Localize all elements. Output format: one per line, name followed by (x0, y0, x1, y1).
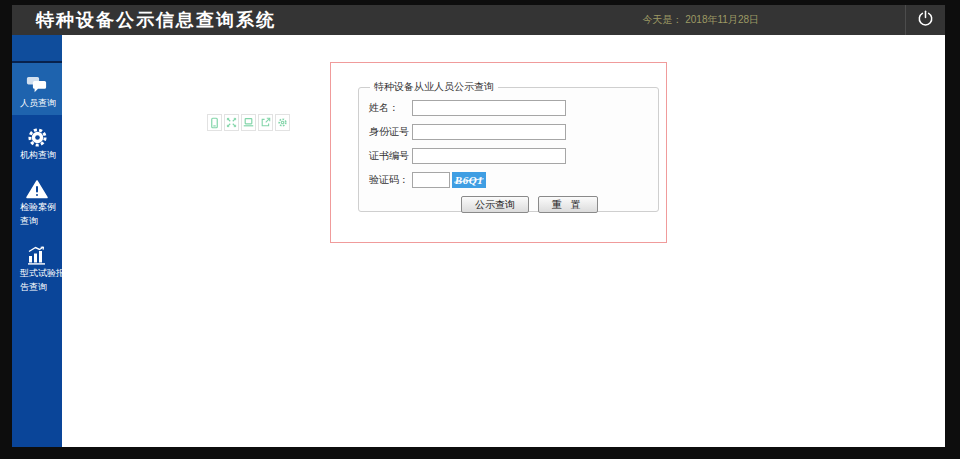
header-date: 今天是： 2018年11月28日 (642, 13, 759, 27)
certificate-number-input[interactable] (412, 148, 566, 164)
warning-triangle-icon (12, 179, 62, 199)
public-query-button[interactable]: 公示查询 (461, 196, 529, 213)
reset-button[interactable]: 重 置 (538, 196, 598, 213)
sidebar-item-personnel-query[interactable]: 人员查询 (12, 63, 62, 115)
chat-bubbles-icon (12, 75, 62, 95)
id-number-label: 身份证号： (369, 125, 412, 139)
laptop-icon[interactable] (241, 114, 256, 131)
sidebar-logo-block (12, 35, 62, 63)
button-row: 公示查询 重 置 (369, 196, 658, 213)
form-row-captcha: 验证码： B6Q1 (369, 168, 658, 192)
date-value: 2018年11月28日 (685, 14, 759, 25)
logout-power-button[interactable] (906, 5, 945, 35)
bar-chart-icon (12, 245, 62, 265)
page-title: 特种设备公示信息查询系统 (36, 8, 276, 32)
fieldset-legend: 特种设备从业人员公示查询 (370, 80, 498, 94)
form-row-name: 姓名： (369, 96, 658, 120)
captcha-input[interactable] (412, 172, 450, 188)
fullscreen-icon[interactable] (224, 114, 239, 131)
sidebar-item-label: 型式试验报 (12, 268, 62, 279)
name-input[interactable] (412, 100, 566, 116)
app-header: 特种设备公示信息查询系统 今天是： 2018年11月28日 (12, 5, 945, 35)
form-row-id-number: 身份证号： (369, 120, 658, 144)
sidebar-item-label-line2: 告查询 (12, 282, 62, 293)
date-prefix: 今天是： (642, 14, 682, 25)
sidebar-item-type-test-report-query[interactable]: 型式试验报 告查询 (12, 233, 62, 299)
captcha-label: 验证码： (369, 173, 412, 187)
sidebar-item-label-line2: 查询 (12, 216, 62, 227)
id-number-input[interactable] (412, 124, 566, 140)
main-content: 特种设备从业人员公示查询 姓名： 身份证号： 证书编号： 验证码： B6Q1 公… (62, 35, 945, 447)
sidebar-item-inspection-case-query[interactable]: 检验案例 查询 (12, 167, 62, 233)
sidebar-item-organization-query[interactable]: 机构查询 (12, 115, 62, 167)
sidebar-item-label: 人员查询 (12, 98, 62, 109)
power-icon (917, 10, 934, 30)
mini-toolbar (207, 114, 290, 131)
external-link-icon[interactable] (258, 114, 273, 131)
query-panel: 特种设备从业人员公示查询 姓名： 身份证号： 证书编号： 验证码： B6Q1 公… (330, 62, 667, 243)
certificate-number-label: 证书编号： (369, 149, 412, 163)
form-row-certificate-number: 证书编号： (369, 144, 658, 168)
gear-icon (12, 127, 62, 147)
captcha-image[interactable]: B6Q1 (452, 172, 486, 188)
sidebar-item-label: 机构查询 (12, 150, 62, 161)
sidebar-item-label: 检验案例 (12, 202, 62, 213)
name-label: 姓名： (369, 101, 412, 115)
personnel-query-fieldset: 特种设备从业人员公示查询 姓名： 身份证号： 证书编号： 验证码： B6Q1 公… (358, 80, 659, 212)
sidebar: 人员查询 机构查询 检验案例 查询 (12, 35, 62, 447)
settings-icon[interactable] (275, 114, 290, 131)
smartphone-icon[interactable] (207, 114, 222, 131)
